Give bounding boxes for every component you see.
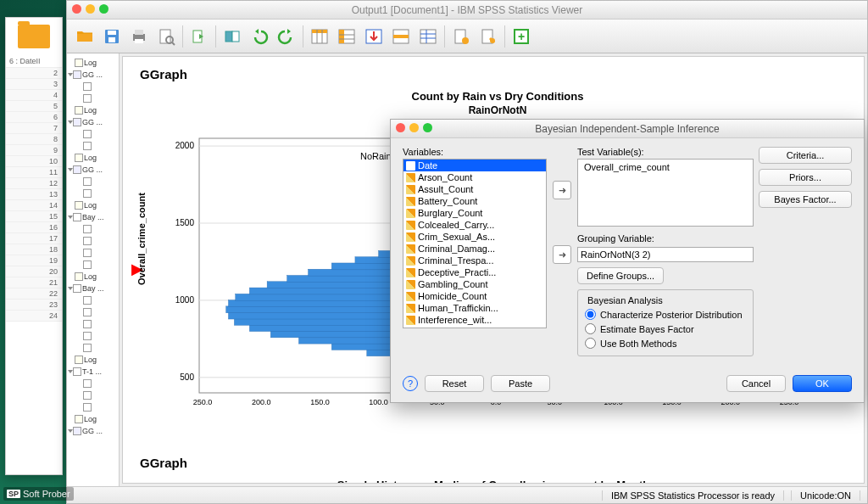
row-header[interactable]: 9 bbox=[6, 145, 62, 156]
outline-item[interactable] bbox=[67, 306, 119, 318]
outline-item[interactable]: Log bbox=[67, 271, 119, 283]
value-labels-button[interactable] bbox=[415, 24, 441, 49]
variable-item[interactable]: Interference_wit... bbox=[403, 314, 546, 326]
row-header[interactable]: 18 bbox=[6, 244, 62, 255]
outline-item[interactable] bbox=[67, 176, 119, 188]
test-variable-item[interactable]: Overall_crime_count bbox=[580, 161, 751, 173]
variable-item[interactable]: Intimidation_Count bbox=[403, 326, 546, 328]
outline-item[interactable] bbox=[67, 389, 119, 401]
row-header[interactable]: 16 bbox=[6, 222, 62, 233]
redo-button[interactable] bbox=[274, 24, 299, 49]
goto-variable-button[interactable] bbox=[334, 24, 359, 49]
outline-item[interactable] bbox=[67, 378, 119, 389]
print-button[interactable] bbox=[126, 24, 152, 49]
goto-data-button[interactable] bbox=[307, 24, 332, 49]
outline-item[interactable] bbox=[67, 81, 119, 92]
insert-text-button[interactable]: + bbox=[509, 24, 534, 49]
priors-button[interactable]: Priors... bbox=[759, 169, 852, 186]
open-file-button[interactable] bbox=[72, 24, 97, 49]
paste-button[interactable]: Paste bbox=[491, 375, 550, 392]
row-header[interactable]: 10 bbox=[6, 156, 62, 167]
outline-item[interactable]: Log bbox=[67, 152, 119, 164]
row-header[interactable]: 14 bbox=[6, 200, 62, 211]
variable-item[interactable]: Arson_Count bbox=[403, 171, 546, 183]
outline-item[interactable] bbox=[67, 188, 119, 199]
variables-listbox[interactable]: DateArson_CountAssult_CountBattery_Count… bbox=[403, 159, 547, 328]
row-header[interactable]: 2 bbox=[6, 68, 62, 79]
analysis-radio-option[interactable]: Estimate Bayes Factor bbox=[585, 323, 746, 334]
outline-item[interactable]: Log bbox=[67, 413, 119, 425]
export-button[interactable] bbox=[186, 24, 212, 49]
variable-item[interactable]: Colcealed_Carry... bbox=[403, 219, 546, 231]
row-header[interactable]: 17 bbox=[6, 233, 62, 244]
minimize-dialog-icon[interactable] bbox=[409, 123, 419, 132]
row-header[interactable]: 4 bbox=[6, 90, 62, 101]
outline-item[interactable]: Bay ... bbox=[67, 211, 119, 223]
variable-item[interactable]: Assult_Count bbox=[403, 183, 546, 195]
outline-item[interactable] bbox=[67, 342, 119, 354]
outline-item[interactable] bbox=[67, 294, 119, 306]
outline-item[interactable] bbox=[67, 92, 119, 104]
row-header[interactable]: 11 bbox=[6, 167, 62, 178]
define-groups-button[interactable]: Define Groups... bbox=[577, 267, 664, 284]
outline-item[interactable]: Log bbox=[67, 57, 119, 69]
window-controls[interactable] bbox=[72, 4, 108, 14]
move-to-test-button[interactable]: ➜ bbox=[553, 181, 571, 199]
output-outline[interactable]: LogGG ...LogGG ...LogGG ...LogBay ...Log… bbox=[67, 53, 120, 486]
recall-dialog-button[interactable] bbox=[220, 24, 245, 49]
row-header[interactable]: 3 bbox=[6, 79, 62, 90]
ok-button[interactable]: OK bbox=[793, 375, 852, 392]
variable-item[interactable]: Battery_Count bbox=[403, 195, 546, 207]
outline-item[interactable]: GG ... bbox=[67, 69, 119, 81]
row-header[interactable]: 13 bbox=[6, 189, 62, 200]
variable-item[interactable]: Criminal_Damag... bbox=[403, 243, 546, 255]
outline-item[interactable]: T-1 ... bbox=[67, 366, 119, 378]
close-window-icon[interactable] bbox=[72, 4, 81, 14]
outline-item[interactable] bbox=[67, 259, 119, 271]
zoom-dialog-icon[interactable] bbox=[423, 123, 432, 132]
close-dialog-icon[interactable] bbox=[396, 123, 405, 132]
row-header[interactable]: 12 bbox=[6, 178, 62, 189]
outline-item[interactable] bbox=[67, 128, 119, 140]
row-header[interactable]: 6 bbox=[6, 112, 62, 123]
outline-item[interactable] bbox=[67, 140, 119, 152]
variable-item[interactable]: Deceptive_Practi... bbox=[403, 266, 546, 278]
variable-item[interactable]: Homicide_Count bbox=[403, 290, 546, 302]
outline-item[interactable] bbox=[67, 330, 119, 342]
row-header[interactable]: 21 bbox=[6, 277, 62, 288]
variable-item[interactable]: Date bbox=[403, 160, 546, 171]
outline-item[interactable] bbox=[67, 223, 119, 235]
outline-item[interactable]: Bay ... bbox=[67, 283, 119, 294]
row-header[interactable]: 22 bbox=[6, 288, 62, 300]
criteria-button[interactable]: Criteria... bbox=[759, 147, 852, 164]
variable-item[interactable]: Criminal_Trespa... bbox=[403, 255, 546, 266]
outline-item[interactable] bbox=[67, 318, 119, 330]
variable-item[interactable]: Human_Traffickin... bbox=[403, 302, 546, 314]
save-button[interactable] bbox=[99, 24, 125, 49]
cancel-button[interactable]: Cancel bbox=[726, 375, 786, 392]
variable-item[interactable]: Burglary_Count bbox=[403, 207, 546, 219]
outline-item[interactable]: GG ... bbox=[67, 164, 119, 176]
help-button[interactable]: ? bbox=[403, 376, 418, 391]
outline-item[interactable] bbox=[67, 401, 119, 413]
undo-button[interactable] bbox=[247, 24, 272, 49]
row-header[interactable]: 23 bbox=[6, 300, 62, 311]
dialog-window-controls[interactable] bbox=[396, 123, 432, 132]
move-to-grouping-button[interactable]: ➜ bbox=[553, 245, 571, 264]
print-preview-button[interactable] bbox=[153, 24, 179, 49]
row-header[interactable]: 24 bbox=[6, 311, 62, 322]
grouping-variable-input[interactable] bbox=[577, 247, 754, 262]
minimize-window-icon[interactable] bbox=[86, 4, 95, 14]
variables-button[interactable] bbox=[361, 24, 387, 49]
row-header[interactable]: 5 bbox=[6, 101, 62, 112]
outline-item[interactable]: Log bbox=[67, 104, 119, 116]
analysis-radio-option[interactable]: Characterize Posterior Distribution bbox=[585, 309, 746, 320]
outline-item[interactable]: GG ... bbox=[67, 116, 119, 128]
row-header[interactable]: 15 bbox=[6, 211, 62, 222]
outline-item[interactable]: Log bbox=[67, 199, 119, 211]
analysis-radio-option[interactable]: Use Both Methods bbox=[585, 338, 746, 349]
row-header[interactable]: 20 bbox=[6, 266, 62, 277]
zoom-window-icon[interactable] bbox=[99, 4, 108, 14]
variable-item[interactable]: Crim_Sexual_As... bbox=[403, 231, 546, 243]
insert-title-button[interactable] bbox=[476, 24, 501, 49]
